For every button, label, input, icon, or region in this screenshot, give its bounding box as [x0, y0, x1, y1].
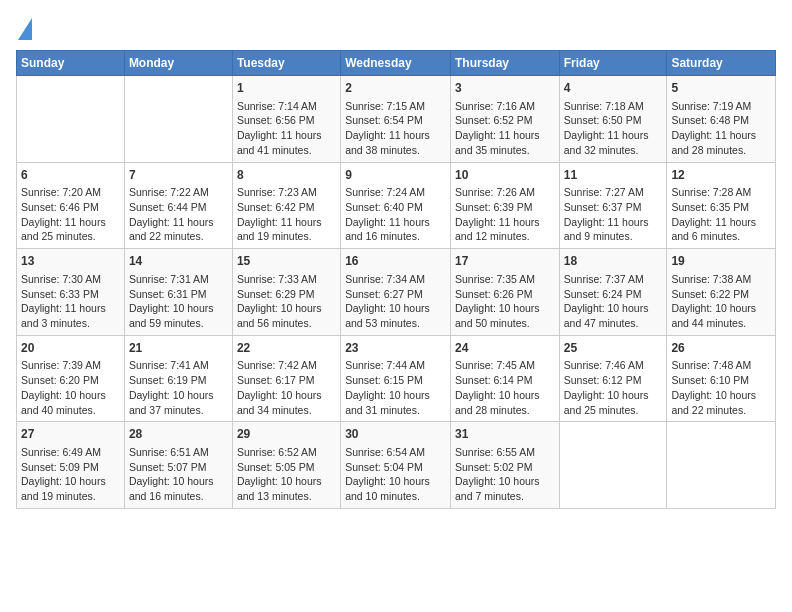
day-content: Sunrise: 6:52 AM Sunset: 5:05 PM Dayligh… [237, 445, 336, 504]
day-number: 15 [237, 253, 336, 270]
day-content: Sunrise: 7:35 AM Sunset: 6:26 PM Dayligh… [455, 272, 555, 331]
day-content: Sunrise: 7:24 AM Sunset: 6:40 PM Dayligh… [345, 185, 446, 244]
calendar-cell: 17Sunrise: 7:35 AM Sunset: 6:26 PM Dayli… [450, 249, 559, 336]
day-number: 2 [345, 80, 446, 97]
day-number: 10 [455, 167, 555, 184]
calendar-cell: 5Sunrise: 7:19 AM Sunset: 6:48 PM Daylig… [667, 76, 776, 163]
page-header [16, 16, 776, 40]
calendar-cell: 1Sunrise: 7:14 AM Sunset: 6:56 PM Daylig… [232, 76, 340, 163]
header-wednesday: Wednesday [341, 51, 451, 76]
calendar-cell: 24Sunrise: 7:45 AM Sunset: 6:14 PM Dayli… [450, 335, 559, 422]
calendar-cell: 8Sunrise: 7:23 AM Sunset: 6:42 PM Daylig… [232, 162, 340, 249]
day-number: 11 [564, 167, 663, 184]
calendar-cell: 27Sunrise: 6:49 AM Sunset: 5:09 PM Dayli… [17, 422, 125, 509]
day-content: Sunrise: 7:42 AM Sunset: 6:17 PM Dayligh… [237, 358, 336, 417]
day-content: Sunrise: 7:23 AM Sunset: 6:42 PM Dayligh… [237, 185, 336, 244]
calendar-cell: 15Sunrise: 7:33 AM Sunset: 6:29 PM Dayli… [232, 249, 340, 336]
calendar-cell: 14Sunrise: 7:31 AM Sunset: 6:31 PM Dayli… [124, 249, 232, 336]
header-monday: Monday [124, 51, 232, 76]
calendar-cell: 7Sunrise: 7:22 AM Sunset: 6:44 PM Daylig… [124, 162, 232, 249]
day-number: 23 [345, 340, 446, 357]
day-number: 1 [237, 80, 336, 97]
day-number: 29 [237, 426, 336, 443]
day-content: Sunrise: 7:27 AM Sunset: 6:37 PM Dayligh… [564, 185, 663, 244]
calendar-cell: 19Sunrise: 7:38 AM Sunset: 6:22 PM Dayli… [667, 249, 776, 336]
day-number: 19 [671, 253, 771, 270]
day-number: 5 [671, 80, 771, 97]
header-friday: Friday [559, 51, 667, 76]
day-number: 22 [237, 340, 336, 357]
week-row-1: 1Sunrise: 7:14 AM Sunset: 6:56 PM Daylig… [17, 76, 776, 163]
day-number: 25 [564, 340, 663, 357]
calendar-cell: 13Sunrise: 7:30 AM Sunset: 6:33 PM Dayli… [17, 249, 125, 336]
day-number: 21 [129, 340, 228, 357]
calendar-cell: 6Sunrise: 7:20 AM Sunset: 6:46 PM Daylig… [17, 162, 125, 249]
calendar-cell: 31Sunrise: 6:55 AM Sunset: 5:02 PM Dayli… [450, 422, 559, 509]
day-number: 16 [345, 253, 446, 270]
day-content: Sunrise: 7:16 AM Sunset: 6:52 PM Dayligh… [455, 99, 555, 158]
week-row-5: 27Sunrise: 6:49 AM Sunset: 5:09 PM Dayli… [17, 422, 776, 509]
calendar-cell: 10Sunrise: 7:26 AM Sunset: 6:39 PM Dayli… [450, 162, 559, 249]
day-content: Sunrise: 6:51 AM Sunset: 5:07 PM Dayligh… [129, 445, 228, 504]
calendar-cell: 18Sunrise: 7:37 AM Sunset: 6:24 PM Dayli… [559, 249, 667, 336]
header-thursday: Thursday [450, 51, 559, 76]
calendar-cell: 11Sunrise: 7:27 AM Sunset: 6:37 PM Dayli… [559, 162, 667, 249]
calendar-cell: 26Sunrise: 7:48 AM Sunset: 6:10 PM Dayli… [667, 335, 776, 422]
day-content: Sunrise: 7:45 AM Sunset: 6:14 PM Dayligh… [455, 358, 555, 417]
day-number: 8 [237, 167, 336, 184]
day-content: Sunrise: 7:20 AM Sunset: 6:46 PM Dayligh… [21, 185, 120, 244]
day-content: Sunrise: 7:26 AM Sunset: 6:39 PM Dayligh… [455, 185, 555, 244]
calendar-cell: 9Sunrise: 7:24 AM Sunset: 6:40 PM Daylig… [341, 162, 451, 249]
day-number: 17 [455, 253, 555, 270]
day-number: 24 [455, 340, 555, 357]
day-number: 27 [21, 426, 120, 443]
week-row-3: 13Sunrise: 7:30 AM Sunset: 6:33 PM Dayli… [17, 249, 776, 336]
day-number: 13 [21, 253, 120, 270]
calendar-cell [124, 76, 232, 163]
calendar-cell: 25Sunrise: 7:46 AM Sunset: 6:12 PM Dayli… [559, 335, 667, 422]
day-number: 20 [21, 340, 120, 357]
day-content: Sunrise: 7:31 AM Sunset: 6:31 PM Dayligh… [129, 272, 228, 331]
calendar-cell: 23Sunrise: 7:44 AM Sunset: 6:15 PM Dayli… [341, 335, 451, 422]
calendar-cell: 2Sunrise: 7:15 AM Sunset: 6:54 PM Daylig… [341, 76, 451, 163]
day-content: Sunrise: 7:33 AM Sunset: 6:29 PM Dayligh… [237, 272, 336, 331]
calendar-cell: 30Sunrise: 6:54 AM Sunset: 5:04 PM Dayli… [341, 422, 451, 509]
day-number: 30 [345, 426, 446, 443]
day-number: 18 [564, 253, 663, 270]
day-content: Sunrise: 7:28 AM Sunset: 6:35 PM Dayligh… [671, 185, 771, 244]
calendar-cell: 3Sunrise: 7:16 AM Sunset: 6:52 PM Daylig… [450, 76, 559, 163]
day-number: 4 [564, 80, 663, 97]
day-content: Sunrise: 7:48 AM Sunset: 6:10 PM Dayligh… [671, 358, 771, 417]
day-content: Sunrise: 7:18 AM Sunset: 6:50 PM Dayligh… [564, 99, 663, 158]
calendar-cell: 12Sunrise: 7:28 AM Sunset: 6:35 PM Dayli… [667, 162, 776, 249]
calendar-cell [667, 422, 776, 509]
header-saturday: Saturday [667, 51, 776, 76]
header-sunday: Sunday [17, 51, 125, 76]
day-content: Sunrise: 7:41 AM Sunset: 6:19 PM Dayligh… [129, 358, 228, 417]
header-tuesday: Tuesday [232, 51, 340, 76]
logo-arrow-icon [18, 18, 32, 40]
day-number: 26 [671, 340, 771, 357]
day-number: 28 [129, 426, 228, 443]
day-number: 6 [21, 167, 120, 184]
day-content: Sunrise: 7:39 AM Sunset: 6:20 PM Dayligh… [21, 358, 120, 417]
calendar-cell: 20Sunrise: 7:39 AM Sunset: 6:20 PM Dayli… [17, 335, 125, 422]
day-number: 7 [129, 167, 228, 184]
calendar-cell: 4Sunrise: 7:18 AM Sunset: 6:50 PM Daylig… [559, 76, 667, 163]
day-content: Sunrise: 7:22 AM Sunset: 6:44 PM Dayligh… [129, 185, 228, 244]
calendar-cell: 21Sunrise: 7:41 AM Sunset: 6:19 PM Dayli… [124, 335, 232, 422]
day-content: Sunrise: 7:38 AM Sunset: 6:22 PM Dayligh… [671, 272, 771, 331]
day-number: 3 [455, 80, 555, 97]
day-content: Sunrise: 7:15 AM Sunset: 6:54 PM Dayligh… [345, 99, 446, 158]
day-content: Sunrise: 7:19 AM Sunset: 6:48 PM Dayligh… [671, 99, 771, 158]
day-content: Sunrise: 6:54 AM Sunset: 5:04 PM Dayligh… [345, 445, 446, 504]
day-number: 12 [671, 167, 771, 184]
week-row-2: 6Sunrise: 7:20 AM Sunset: 6:46 PM Daylig… [17, 162, 776, 249]
calendar-cell: 28Sunrise: 6:51 AM Sunset: 5:07 PM Dayli… [124, 422, 232, 509]
day-content: Sunrise: 7:46 AM Sunset: 6:12 PM Dayligh… [564, 358, 663, 417]
day-content: Sunrise: 7:37 AM Sunset: 6:24 PM Dayligh… [564, 272, 663, 331]
calendar-cell: 22Sunrise: 7:42 AM Sunset: 6:17 PM Dayli… [232, 335, 340, 422]
calendar-cell: 16Sunrise: 7:34 AM Sunset: 6:27 PM Dayli… [341, 249, 451, 336]
day-content: Sunrise: 7:44 AM Sunset: 6:15 PM Dayligh… [345, 358, 446, 417]
day-content: Sunrise: 7:14 AM Sunset: 6:56 PM Dayligh… [237, 99, 336, 158]
